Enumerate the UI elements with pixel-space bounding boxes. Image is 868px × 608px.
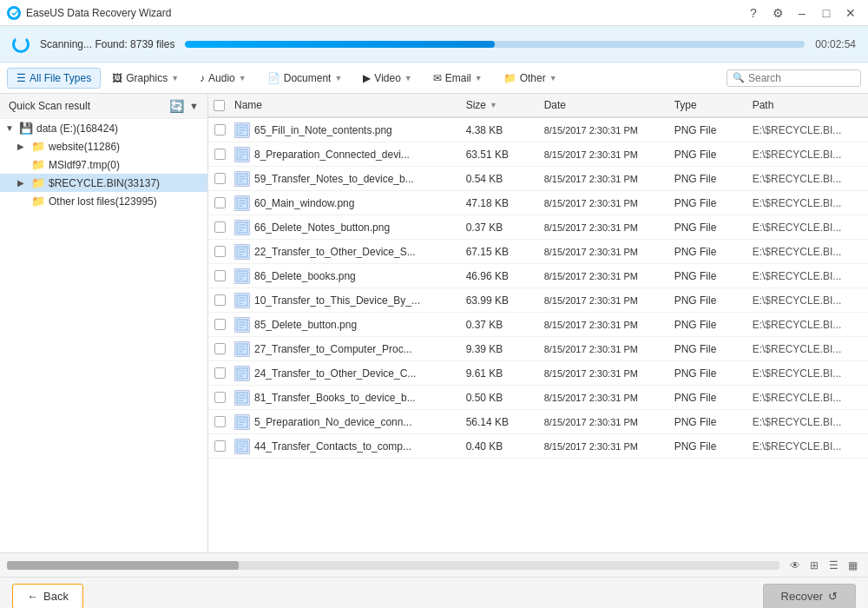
recover-button[interactable]: Recover ↺ <box>763 584 856 608</box>
tree-item-other-lost[interactable]: 📁 Other lost files(123995) <box>0 192 207 210</box>
row-checkbox-5[interactable] <box>214 246 226 257</box>
row-checkbox-7[interactable] <box>214 294 226 306</box>
row-name-0: 65_Fill_in_Note_contents.png <box>231 122 463 138</box>
view-details-button[interactable]: ▦ <box>844 557 861 574</box>
file-row[interactable]: 85_Delete_button.png 0.37 KB 8/15/2017 2… <box>208 313 868 337</box>
svg-rect-27 <box>239 275 246 277</box>
row-checkbox-8[interactable] <box>214 319 226 330</box>
file-row[interactable]: 66_Delete_Notes_button.png 0.37 KB 8/15/… <box>208 215 868 240</box>
document-icon: 📄 <box>267 72 280 84</box>
row-path-3: E:\$RECYCLE.BI... <box>749 197 868 209</box>
view-list-button[interactable]: ☰ <box>825 557 842 574</box>
settings-button[interactable]: ⚙ <box>767 3 788 23</box>
header-size-col[interactable]: Size ▼ <box>463 99 541 111</box>
search-input[interactable] <box>748 72 852 84</box>
row-checkbox-4[interactable] <box>214 221 226 233</box>
back-button[interactable]: ← Back <box>12 584 83 608</box>
tree-item-data-drive[interactable]: ▼ 💾 data (E:)(168424) <box>0 119 207 137</box>
file-row[interactable]: 24_Transfer_to_Other_Device_C... 9.61 KB… <box>208 361 868 386</box>
document-arrow: ▼ <box>334 74 342 83</box>
row-name-5: 22_Transfer_to_Other_Device_S... <box>231 244 463 260</box>
file-row[interactable]: 8_Preparation_Connected_devi... 63.51 KB… <box>208 142 868 167</box>
sidebar-chevron-icon[interactable]: ▼ <box>189 101 199 111</box>
svg-point-0 <box>10 9 18 17</box>
row-name-8: 85_Delete_button.png <box>231 317 463 333</box>
row-checkbox-col-2 <box>208 173 231 184</box>
svg-rect-24 <box>239 254 243 255</box>
horizontal-scrollbar[interactable] <box>7 561 779 570</box>
expand-icon-recycle: ▶ <box>17 178 28 188</box>
tab-bar: ☰ All File Types 🖼 Graphics ▼ ♪ Audio ▼ … <box>0 63 868 94</box>
header-checkbox-col <box>208 100 231 111</box>
tab-other[interactable]: 📁 Other ▼ <box>494 68 567 89</box>
tab-audio[interactable]: ♪ Audio ▼ <box>190 68 256 89</box>
row-date-4: 8/15/2017 2:30:31 PM <box>541 222 671 233</box>
row-size-13: 0.40 KB <box>463 440 541 453</box>
header-checkbox[interactable] <box>214 100 225 111</box>
row-checkbox-0[interactable] <box>214 124 226 135</box>
sidebar-scan-icon[interactable]: 🔄 <box>169 99 184 113</box>
file-row[interactable]: 44_Transfer_Contacts_to_comp... 0.40 KB … <box>208 434 868 459</box>
tab-email[interactable]: ✉ Email ▼ <box>424 68 492 89</box>
row-type-5: PNG File <box>671 246 749 258</box>
email-icon: ✉ <box>433 72 442 84</box>
svg-rect-7 <box>239 154 246 155</box>
tree-label-website: website(11286) <box>49 141 120 153</box>
file-row[interactable]: 60_Main_window.png 47.18 KB 8/15/2017 2:… <box>208 191 868 215</box>
svg-rect-31 <box>239 300 246 301</box>
row-size-3: 47.18 KB <box>463 197 541 209</box>
file-row[interactable]: 59_Transfer_Notes_to_device_b... 0.54 KB… <box>208 167 868 191</box>
tree-item-website[interactable]: ▶ 📁 website(11286) <box>0 137 207 155</box>
row-checkbox-3[interactable] <box>214 197 226 208</box>
view-grid-button[interactable]: ⊞ <box>806 557 823 574</box>
progress-area: Scanning... Found: 8739 files 00:02:54 <box>0 26 868 63</box>
row-checkbox-12[interactable] <box>214 416 226 427</box>
row-checkbox-9[interactable] <box>214 343 226 354</box>
svg-rect-14 <box>239 200 246 202</box>
file-row[interactable]: 81_Transfer_Books_to_device_b... 0.50 KB… <box>208 386 868 410</box>
tab-all-file-types-label: All File Types <box>30 72 91 84</box>
row-checkbox-2[interactable] <box>214 173 226 184</box>
file-row[interactable]: 65_Fill_in_Note_contents.png 4.38 KB 8/1… <box>208 118 868 142</box>
row-date-9: 8/15/2017 2:30:31 PM <box>541 344 671 354</box>
maximize-button[interactable]: □ <box>816 3 837 23</box>
file-row[interactable]: 27_Transfer_to_Computer_Proc... 9.39 KB … <box>208 337 868 361</box>
tab-all-file-types[interactable]: ☰ All File Types <box>7 68 101 89</box>
tab-document[interactable]: 📄 Document ▼ <box>258 68 352 89</box>
tab-other-label: Other <box>520 72 546 84</box>
row-type-3: PNG File <box>671 197 749 209</box>
tab-graphics[interactable]: 🖼 Graphics ▼ <box>102 68 188 89</box>
help-button[interactable]: ? <box>743 3 764 23</box>
minimize-button[interactable]: – <box>792 3 812 23</box>
row-checkbox-11[interactable] <box>214 392 226 403</box>
header-date-col[interactable]: Date <box>541 99 671 111</box>
tree-item-msldf97[interactable]: 📁 MSldf97.tmp(0) <box>0 155 207 174</box>
header-path-col[interactable]: Path <box>749 99 868 111</box>
video-icon: ▶ <box>363 72 371 84</box>
file-row[interactable]: 5_Preparation_No_device_conn... 56.14 KB… <box>208 410 868 434</box>
file-row[interactable]: 86_Delete_books.png 46.96 KB 8/15/2017 2… <box>208 264 868 288</box>
svg-rect-18 <box>239 224 246 226</box>
svg-rect-43 <box>239 373 246 374</box>
header-name-col[interactable]: Name <box>231 99 463 111</box>
main-content: Quick Scan result 🔄 ▼ ▼ 💾 data (E:)(1684… <box>0 94 868 552</box>
row-path-12: E:\$RECYCLE.BI... <box>749 416 868 428</box>
close-button[interactable]: ✕ <box>840 3 861 23</box>
row-name-text-9: 27_Transfer_to_Computer_Proc... <box>254 343 412 355</box>
row-name-text-3: 60_Main_window.png <box>254 197 354 209</box>
file-row[interactable]: 10_Transfer_to_This_Device_By_... 63.99 … <box>208 288 868 313</box>
header-type-col[interactable]: Type <box>671 99 749 111</box>
expand-icon-drive: ▼ <box>5 123 16 133</box>
row-checkbox-1[interactable] <box>214 149 226 160</box>
row-checkbox-13[interactable] <box>214 440 226 452</box>
svg-rect-22 <box>239 248 246 250</box>
view-preview-button[interactable]: 👁 <box>786 557 804 574</box>
file-row[interactable]: 22_Transfer_to_Other_Device_S... 67.15 K… <box>208 240 868 264</box>
search-box[interactable]: 🔍 <box>727 69 861 87</box>
tree-item-recycle-bin[interactable]: ▶ 📁 $RECYCLE.BIN(33137) <box>0 174 207 192</box>
svg-rect-38 <box>239 346 246 347</box>
tab-video[interactable]: ▶ Video ▼ <box>353 68 421 89</box>
row-checkbox-6[interactable] <box>214 270 226 281</box>
video-arrow: ▼ <box>404 74 412 83</box>
row-checkbox-10[interactable] <box>214 367 226 379</box>
